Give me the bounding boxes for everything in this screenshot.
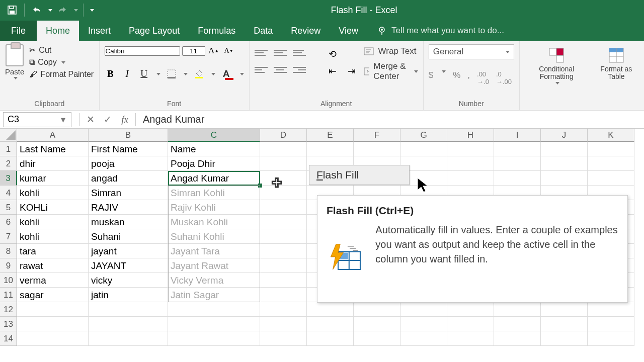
cell[interactable]: dhir bbox=[17, 156, 89, 171]
row-header[interactable]: 4 bbox=[0, 186, 17, 200]
decrease-decimal-button[interactable]: .0→.00 bbox=[496, 70, 512, 85]
borders-button[interactable] bbox=[166, 67, 177, 80]
increase-font-button[interactable]: A▲ bbox=[207, 44, 220, 57]
fill-handle[interactable] bbox=[258, 184, 262, 188]
align-bottom-button[interactable] bbox=[293, 47, 306, 58]
cell[interactable] bbox=[17, 302, 89, 317]
cell[interactable]: Last Name bbox=[17, 142, 89, 156]
cell[interactable] bbox=[588, 171, 634, 186]
cell[interactable]: muskan bbox=[89, 215, 168, 229]
cut-button[interactable]: ✂ Cut bbox=[29, 45, 94, 55]
font-name-combo[interactable] bbox=[105, 46, 180, 56]
cell[interactable] bbox=[260, 258, 307, 273]
cell[interactable]: Muskan Kohli bbox=[168, 215, 260, 229]
cell[interactable] bbox=[447, 156, 494, 171]
tell-me-search[interactable]: Tell me what you want to do... bbox=[377, 26, 504, 36]
decrease-indent-button[interactable]: ⇤ bbox=[326, 64, 339, 77]
col-header-j[interactable]: J bbox=[541, 129, 588, 142]
number-format-combo[interactable]: General bbox=[429, 44, 514, 59]
cell[interactable] bbox=[494, 317, 541, 331]
cell[interactable] bbox=[541, 171, 588, 186]
cell[interactable] bbox=[541, 142, 588, 156]
tab-home[interactable]: Home bbox=[37, 21, 79, 41]
cell[interactable] bbox=[260, 288, 307, 302]
cell[interactable]: pooja bbox=[89, 156, 168, 171]
cancel-formula-button[interactable]: ✕ bbox=[82, 114, 99, 125]
cell[interactable] bbox=[494, 156, 541, 171]
cell[interactable] bbox=[588, 331, 634, 346]
cell[interactable] bbox=[354, 331, 400, 346]
cell[interactable] bbox=[354, 317, 400, 331]
cell[interactable] bbox=[541, 317, 588, 331]
cell[interactable] bbox=[447, 302, 494, 317]
bold-button[interactable]: B bbox=[105, 67, 116, 80]
cell[interactable] bbox=[447, 331, 494, 346]
conditional-formatting-button[interactable]: Conditional Formatting bbox=[525, 44, 589, 84]
align-right-button[interactable] bbox=[293, 64, 306, 75]
cell[interactable] bbox=[354, 142, 400, 156]
cell[interactable] bbox=[260, 229, 307, 244]
cell[interactable] bbox=[447, 142, 494, 156]
comma-button[interactable]: , bbox=[467, 70, 470, 85]
col-header-h[interactable]: H bbox=[447, 129, 494, 142]
tab-formulas[interactable]: Formulas bbox=[189, 21, 245, 41]
cell[interactable]: tara bbox=[17, 244, 89, 258]
cell[interactable] bbox=[354, 302, 400, 317]
col-header-e[interactable]: E bbox=[307, 129, 354, 142]
increase-indent-button[interactable]: ⇥ bbox=[345, 64, 358, 77]
col-header-g[interactable]: G bbox=[400, 129, 447, 142]
row-header[interactable]: 13 bbox=[0, 317, 17, 331]
row-header[interactable]: 9 bbox=[0, 258, 17, 273]
row-header[interactable]: 5 bbox=[0, 200, 17, 215]
cell[interactable] bbox=[588, 302, 634, 317]
tab-file[interactable]: File bbox=[0, 21, 37, 41]
cell[interactable]: jayant bbox=[89, 244, 168, 258]
col-header-i[interactable]: I bbox=[494, 129, 541, 142]
cell[interactable] bbox=[260, 331, 307, 346]
cell[interactable]: rawat bbox=[17, 258, 89, 273]
cell[interactable] bbox=[494, 142, 541, 156]
cell[interactable]: kohli bbox=[17, 186, 89, 200]
cell[interactable]: verma bbox=[17, 273, 89, 288]
cell[interactable]: Jayant Tara bbox=[168, 244, 260, 258]
cell[interactable] bbox=[260, 302, 307, 317]
percent-button[interactable]: % bbox=[453, 70, 460, 85]
cell[interactable] bbox=[260, 317, 307, 331]
undo-button[interactable] bbox=[30, 3, 44, 17]
cell[interactable]: jatin bbox=[89, 288, 168, 302]
tab-page-layout[interactable]: Page Layout bbox=[120, 21, 189, 41]
cell[interactable]: Jayant Rawat bbox=[168, 258, 260, 273]
cell[interactable]: Suhani Kohli bbox=[168, 229, 260, 244]
cell[interactable] bbox=[588, 142, 634, 156]
font-size-combo[interactable] bbox=[182, 46, 205, 56]
cell[interactable] bbox=[17, 331, 89, 346]
row-header[interactable]: 6 bbox=[0, 215, 17, 229]
cell[interactable]: kohli bbox=[17, 215, 89, 229]
cell[interactable]: kohli bbox=[17, 229, 89, 244]
cell[interactable] bbox=[588, 317, 634, 331]
cell[interactable] bbox=[260, 186, 307, 200]
cell[interactable] bbox=[541, 331, 588, 346]
fill-color-button[interactable] bbox=[193, 67, 204, 80]
cell[interactable]: Simran bbox=[89, 186, 168, 200]
tab-insert[interactable]: Insert bbox=[79, 21, 120, 41]
align-top-button[interactable] bbox=[255, 47, 268, 58]
cell[interactable] bbox=[260, 156, 307, 171]
cell[interactable] bbox=[541, 156, 588, 171]
cell[interactable]: First Name bbox=[89, 142, 168, 156]
cell[interactable] bbox=[494, 331, 541, 346]
formula-input[interactable]: Angad Kumar bbox=[138, 114, 644, 125]
cell[interactable]: angad bbox=[89, 171, 168, 186]
cell[interactable] bbox=[260, 171, 307, 186]
cell[interactable] bbox=[168, 331, 260, 346]
cell[interactable]: sagar bbox=[17, 288, 89, 302]
cell[interactable] bbox=[168, 317, 260, 331]
cell[interactable] bbox=[307, 302, 354, 317]
redo-dropdown-icon[interactable] bbox=[74, 9, 78, 12]
cell[interactable] bbox=[89, 317, 168, 331]
cell[interactable]: kumar bbox=[17, 171, 89, 186]
cell[interactable]: RAJIV bbox=[89, 200, 168, 215]
format-as-table-button[interactable]: Format as Table bbox=[594, 44, 639, 84]
select-all-button[interactable] bbox=[0, 129, 17, 142]
flash-fill-menu-item[interactable]: Flash Fill bbox=[309, 165, 410, 185]
